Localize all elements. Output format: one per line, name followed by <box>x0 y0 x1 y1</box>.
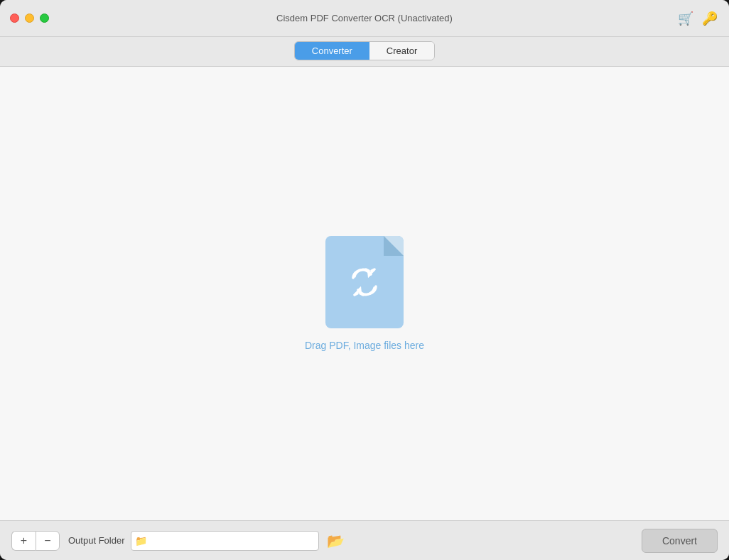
maximize-button[interactable] <box>40 14 49 23</box>
minimize-button[interactable] <box>25 14 34 23</box>
title-bar: Cisdem PDF Converter OCR (Unactivated) 🛒… <box>0 0 729 37</box>
open-folder-icon: 📂 <box>327 532 345 549</box>
tab-converter[interactable]: Converter <box>295 42 369 60</box>
tab-bar: Converter Creator <box>0 37 729 67</box>
file-controls: + − <box>11 531 60 551</box>
drop-area[interactable]: Drag PDF, Image files here <box>305 236 424 351</box>
main-content[interactable]: Drag PDF, Image files here <box>0 67 729 520</box>
output-input-wrapper: 📁 <box>131 531 320 551</box>
title-actions: 🛒 🔑 <box>678 11 718 26</box>
sync-arrows-icon <box>346 264 383 301</box>
remove-file-button[interactable]: − <box>36 531 60 551</box>
output-folder-label: Output Folder <box>68 535 125 546</box>
file-drop-icon <box>325 236 404 328</box>
key-icon[interactable]: 🔑 <box>702 11 718 26</box>
cart-icon[interactable]: 🛒 <box>678 11 693 26</box>
output-folder-input[interactable] <box>131 531 320 551</box>
traffic-lights <box>10 14 49 23</box>
output-folder-section: Output Folder 📁 📂 <box>68 531 346 551</box>
browse-folder-button[interactable]: 📂 <box>325 531 346 551</box>
window-title: Cisdem PDF Converter OCR (Unactivated) <box>276 13 453 23</box>
close-button[interactable] <box>10 14 19 23</box>
drag-hint-text: Drag PDF, Image files here <box>305 340 424 351</box>
tab-group: Converter Creator <box>294 41 435 60</box>
tab-creator[interactable]: Creator <box>369 42 434 60</box>
folder-input-icon: 📁 <box>135 535 147 546</box>
convert-button[interactable]: Convert <box>642 529 718 553</box>
app-window: Cisdem PDF Converter OCR (Unactivated) 🛒… <box>0 0 729 560</box>
bottom-bar: + − Output Folder 📁 📂 Convert <box>0 520 729 560</box>
add-file-button[interactable]: + <box>11 531 36 551</box>
file-body <box>325 236 404 328</box>
